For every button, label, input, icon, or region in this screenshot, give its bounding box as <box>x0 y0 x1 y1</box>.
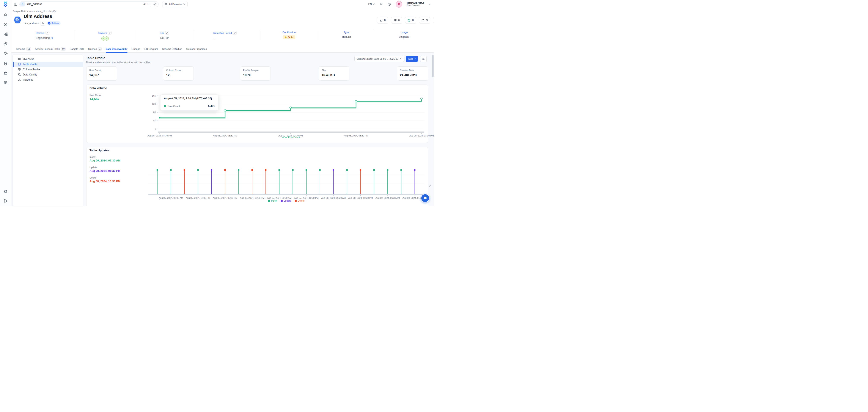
legend-delete[interactable]: Delete <box>294 199 305 202</box>
edit-pencil-icon[interactable] <box>165 31 169 35</box>
sidebar-item-overview[interactable]: Overview <box>13 57 83 62</box>
downvote-button[interactable]: 0 <box>391 17 402 24</box>
versions-button[interactable]: 3 <box>419 17 430 24</box>
domain-label[interactable]: Domain <box>36 32 44 34</box>
more-options-button[interactable]: ⋮ <box>433 17 434 24</box>
chat-assistant-button[interactable] <box>421 194 430 202</box>
language-dropdown[interactable]: EN <box>368 3 375 5</box>
svg-text:Aug 05, 2024, 03:30 PM: Aug 05, 2024, 03:30 PM <box>147 134 172 137</box>
insert-event-marker <box>278 169 280 171</box>
insert-timestamp: Aug 09, 2024, 07:30 AM <box>90 159 120 162</box>
sidebar-item-label: Overview <box>23 58 34 61</box>
data-volume-card: Data Volume Row Count 14,567 16K12K8K4K0… <box>86 85 428 143</box>
topbar: All All Domains EN R <box>11 0 434 8</box>
add-button[interactable]: Add <box>406 56 418 62</box>
tab-count-badge: 60 <box>61 47 66 51</box>
tab-queries[interactable]: Queries1 <box>88 45 102 53</box>
chart-tooltip: August 05, 2024, 3:30 PM (UTC+05:30) Row… <box>160 94 218 110</box>
legend-label: Delete <box>298 199 305 202</box>
glossary-icon[interactable] <box>3 81 8 85</box>
copy-icon[interactable] <box>40 21 45 26</box>
chart-scrollbar[interactable] <box>158 131 424 133</box>
observability-icon[interactable] <box>3 42 8 46</box>
breadcrumb-link[interactable]: ecommerce_db <box>29 10 45 12</box>
lineage-icon[interactable] <box>3 32 8 36</box>
profiler-settings-button[interactable] <box>420 56 427 62</box>
settings-icon[interactable] <box>3 189 8 194</box>
insights-icon[interactable] <box>3 52 8 56</box>
tab-schema-definition[interactable]: Schema Definition <box>162 45 182 53</box>
breadcrumb-link[interactable]: Sample Data <box>12 10 26 12</box>
search-scope-dropdown[interactable]: All <box>144 3 149 5</box>
meta-type: Type Regular <box>319 30 374 40</box>
breadcrumb-link[interactable]: shopify <box>48 10 56 12</box>
tab-schema[interactable]: Schema12 <box>16 45 31 53</box>
explore-icon[interactable] <box>3 23 8 27</box>
insert-event-marker <box>387 169 389 171</box>
stat-value: 100% <box>243 73 268 77</box>
domains-icon[interactable] <box>3 61 8 66</box>
resize-handle-icon[interactable] <box>429 184 431 187</box>
sidebar-toggle-icon[interactable] <box>14 2 18 6</box>
logout-icon[interactable] <box>3 199 8 203</box>
tab-er-diagram[interactable]: ER Diagram <box>145 45 158 53</box>
tab-activity-feeds-tasks[interactable]: Activity Feeds & Tasks60 <box>35 45 66 53</box>
search-input[interactable] <box>27 2 144 6</box>
legend-insert[interactable]: Insert <box>268 199 277 202</box>
edit-pencil-icon[interactable] <box>108 31 112 35</box>
clear-search-icon[interactable] <box>153 3 156 6</box>
tab-data-observability[interactable]: Data Observability <box>106 45 127 53</box>
help-icon[interactable] <box>388 2 391 6</box>
svg-text:8K: 8K <box>153 111 156 114</box>
overview-icon <box>18 58 21 61</box>
robot-icon <box>423 196 428 200</box>
page-scrollbar-thumb[interactable] <box>432 55 434 77</box>
edit-pencil-icon[interactable] <box>233 31 237 35</box>
sidebar-item-table-profile[interactable]: Table Profile <box>13 62 83 67</box>
notifications-bell-icon[interactable] <box>379 2 383 6</box>
edit-pencil-icon[interactable] <box>45 31 49 35</box>
app-logo-icon[interactable] <box>3 1 8 8</box>
stat-label: Row Count <box>89 69 114 71</box>
tab-custom-properties[interactable]: Custom Properties <box>186 45 207 53</box>
date-range-dropdown[interactable]: Custom Range: 2024-05-01 → 2025-05-21 <box>354 56 404 62</box>
stat-label: Column Count <box>166 69 191 71</box>
chart-scrollbar[interactable] <box>148 194 424 195</box>
sidebar-item-incidents[interactable]: Incidents <box>13 77 83 82</box>
incidents-icon <box>18 78 21 81</box>
sidebar-item-data-quality[interactable]: Data Quality <box>13 72 83 77</box>
chevron-down-icon[interactable] <box>429 3 431 5</box>
insert-event-marker <box>292 169 294 171</box>
governance-icon[interactable] <box>3 71 8 75</box>
ai-sparkle-icon <box>20 2 25 6</box>
retention-value: -- <box>213 36 259 39</box>
legend-swatch <box>268 200 270 202</box>
domains-filter-dropdown[interactable]: All Domains <box>162 1 188 7</box>
user-info[interactable]: Rounakpreet.d Data Steward <box>407 1 424 7</box>
owner-avatar[interactable]: P <box>104 36 109 40</box>
tab-label: Data Observability <box>106 47 127 50</box>
user-avatar[interactable]: R <box>396 1 402 7</box>
entity-service-icon <box>13 16 22 25</box>
sidebar-item-column-profile[interactable]: Column Profile <box>13 67 83 72</box>
domain-value[interactable]: Engineering <box>36 36 50 39</box>
topbar-right: EN R Rounakpreet.d Data Steward <box>368 1 434 7</box>
table-updates-chart: Aug 05, 2024, 03:30 AMAug 05, 2024, 12:3… <box>148 155 424 202</box>
health-score-button[interactable]: 8 <box>405 17 416 24</box>
follow-button[interactable]: ★ Follow <box>47 21 61 26</box>
svg-text:Aug 09, 2024, 03:30 PM: Aug 09, 2024, 03:30 PM <box>409 134 434 137</box>
upvote-button[interactable]: 8 <box>377 17 388 24</box>
sidebar-item-label: Column Profile <box>23 68 40 71</box>
stat-value: 14,567 <box>89 73 114 77</box>
rail-items <box>3 13 8 85</box>
svg-text:Aug 08, 2024, 03:30 PM: Aug 08, 2024, 03:30 PM <box>344 134 368 137</box>
legend-update[interactable]: Update <box>281 199 291 202</box>
tab-label: Queries <box>88 47 97 50</box>
legend-label: Insert <box>271 199 277 202</box>
tooltip-row: Row Count 5,461 <box>160 102 218 110</box>
table-updates-legend: InsertUpdateDelete <box>148 199 424 202</box>
tab-lineage[interactable]: Lineage <box>131 45 141 53</box>
tab-sample-data[interactable]: Sample Data <box>70 45 84 53</box>
divider <box>151 3 151 6</box>
home-icon[interactable] <box>3 13 8 17</box>
